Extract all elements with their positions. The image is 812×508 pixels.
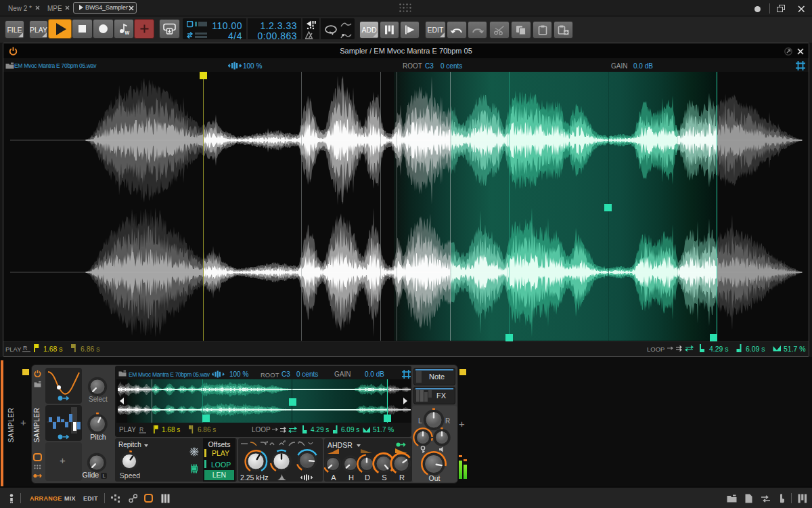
svg-text:w: w bbox=[124, 29, 129, 35]
svg-text:R: R bbox=[23, 345, 28, 352]
svg-text:R: R bbox=[139, 426, 143, 433]
